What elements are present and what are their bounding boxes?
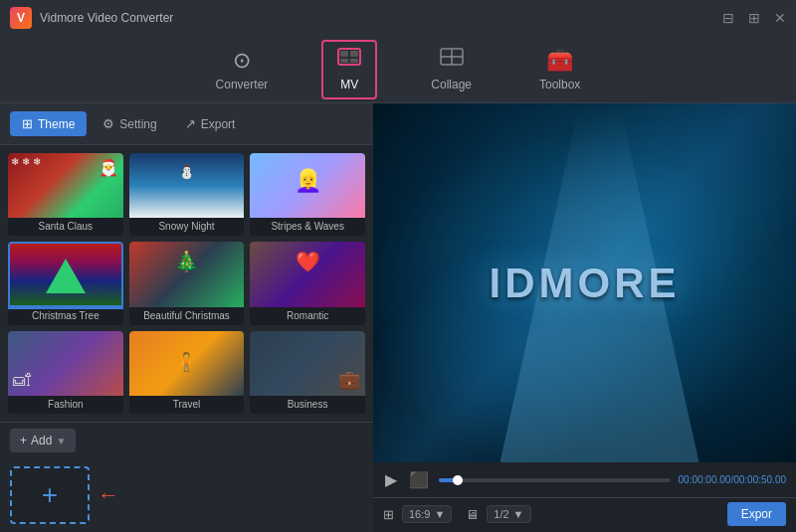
media-add-box[interactable]: + [10, 466, 90, 524]
progress-bar[interactable] [439, 478, 671, 482]
converter-icon: ⊙ [233, 48, 251, 74]
nav-item-toolbox[interactable]: 🧰 Toolbox [525, 42, 594, 97]
snowy-decoration: ⛄ [178, 163, 195, 179]
converter-label: Converter [216, 78, 269, 91]
collage-icon [440, 48, 464, 74]
play-button[interactable]: ▶ [383, 468, 399, 491]
app-logo: V [10, 7, 32, 29]
export-tab-label: Export [201, 117, 236, 131]
tab-export[interactable]: ↗ Export [173, 111, 248, 136]
minimize-button[interactable]: ⊟ [722, 10, 734, 26]
preview-background: IDMORE [373, 103, 796, 462]
nav-item-converter[interactable]: ⊙ Converter [202, 42, 283, 97]
add-dropdown-arrow: ▼ [56, 436, 66, 446]
setting-tab-label: Setting [119, 117, 156, 131]
restore-button[interactable]: ⊞ [748, 10, 760, 26]
santa-hat-decoration: 🎅 [99, 158, 118, 177]
theme-christmas-tree[interactable]: Christmas Tree [8, 242, 123, 324]
export-tab-icon: ↗ [185, 116, 196, 131]
add-plus-icon: + [20, 434, 27, 447]
stripes-decoration: 👱‍♀️ [295, 168, 321, 194]
app-title: Vidmore Video Converter [40, 11, 173, 25]
preview-text: IDMORE [490, 260, 681, 307]
resolution-dropdown-icon: ▼ [513, 508, 524, 520]
business-label: Business [288, 396, 328, 414]
export-button[interactable]: Expor [727, 502, 786, 526]
theme-stripes-waves[interactable]: 👱‍♀️ Stripes & Waves [250, 153, 365, 236]
santa-label: Santa Claus [39, 218, 93, 236]
theme-beautiful-christmas[interactable]: 🎄 Beautiful Christmas [129, 242, 245, 324]
tab-theme[interactable]: ⊞ Theme [10, 111, 87, 136]
snowy-thumb: ⛄ [129, 153, 245, 218]
toolbox-icon: 🧰 [546, 48, 573, 74]
preview-area: IDMORE [373, 103, 796, 462]
theme-travel[interactable]: 🧍 Travel [129, 331, 245, 414]
snowy-label: Snowy Night [158, 218, 214, 236]
theme-business[interactable]: 💼 Business [250, 331, 365, 414]
snowflakes-decoration: ❄ ❄ ❄ [11, 156, 41, 167]
fashion-label: Fashion [48, 396, 84, 414]
theme-romantic[interactable]: ❤️ Romantic [250, 242, 365, 324]
santa-thumb: ❄ ❄ ❄ 🎅 [8, 153, 123, 218]
ratio-dropdown-icon: ▼ [434, 508, 445, 520]
theme-santa-claus[interactable]: ❄ ❄ ❄ 🎅 Santa Claus [8, 153, 123, 236]
stripes-thumb: 👱‍♀️ [250, 153, 365, 218]
tree-decoration [46, 259, 86, 293]
left-panel: ⊞ Theme ⚙ Setting ↗ Export ❄ ❄ ❄ 🎅 Santa… [0, 103, 373, 532]
media-plus-icon: + [42, 479, 58, 511]
toolbox-label: Toolbox [539, 78, 580, 91]
theme-grid: ❄ ❄ ❄ 🎅 Santa Claus ⛄ Snowy Night 👱‍♀️ S… [0, 145, 373, 422]
travel-label: Travel [173, 396, 200, 414]
progress-dot [453, 475, 463, 485]
tab-setting[interactable]: ⚙ Setting [91, 111, 168, 136]
beautiful-xmas-label: Beautiful Christmas [143, 307, 230, 325]
resolution-value: 1/2 [494, 508, 508, 520]
business-decoration: 💼 [338, 369, 360, 391]
romantic-decoration: ❤️ [296, 250, 320, 273]
romantic-thumb: ❤️ [250, 242, 365, 306]
ratio-value: 16:9 [409, 508, 430, 520]
stop-button[interactable]: ⬛ [407, 468, 431, 491]
main-content: ⊞ Theme ⚙ Setting ↗ Export ❄ ❄ ❄ 🎅 Santa… [0, 103, 796, 532]
time-total: 00:00:50.00 [733, 474, 786, 485]
christmas-thumb [8, 242, 123, 306]
fashion-decoration: 🛋 [13, 370, 31, 391]
fashion-thumb: 🛋 [8, 331, 123, 396]
beautiful-xmas-thumb: 🎄 [129, 242, 245, 306]
travel-decoration: 🧍 [129, 331, 245, 373]
title-bar-left: V Vidmore Video Converter [10, 7, 173, 29]
panel-tabs: ⊞ Theme ⚙ Setting ↗ Export [0, 103, 373, 145]
svg-rect-2 [350, 51, 358, 57]
nav-bar: ⊙ Converter MV Collage 🧰 Toolbox [0, 36, 796, 103]
travel-thumb: 🧍 [129, 331, 245, 396]
player-controls: ▶ ⬛ 00:00:00.00/00:00:50.00 [373, 462, 796, 497]
collage-label: Collage [431, 78, 472, 91]
add-label: Add [31, 434, 52, 447]
nav-item-mv[interactable]: MV [321, 40, 377, 99]
svg-rect-1 [340, 51, 348, 57]
close-button[interactable]: ✕ [774, 10, 786, 26]
add-button[interactable]: + Add ▼ [10, 429, 76, 452]
theme-fashion[interactable]: 🛋 Fashion [8, 331, 123, 414]
mv-label: MV [340, 78, 358, 91]
ratio-select[interactable]: 16:9 ▼ [402, 505, 452, 523]
right-panel: IDMORE ▶ ⬛ 00:00:00.00/00:00:50.00 ⊞ 16:… [373, 103, 796, 532]
mv-icon [337, 48, 361, 74]
nav-item-collage[interactable]: Collage [417, 42, 486, 97]
title-bar: V Vidmore Video Converter ⊟ ⊞ ✕ [0, 0, 796, 36]
theme-tab-icon: ⊞ [22, 116, 33, 131]
time-display: 00:00:00.00/00:00:50.00 [679, 474, 786, 485]
bxmas-decoration: 🎄 [174, 250, 199, 273]
media-tray: + ← [0, 458, 373, 532]
christmas-label: Christmas Tree [32, 307, 100, 325]
svg-rect-3 [340, 59, 348, 63]
theme-snowy-night[interactable]: ⛄ Snowy Night [129, 153, 245, 236]
aspect-ratio-icon: ⊞ [383, 507, 394, 522]
romantic-label: Romantic [287, 307, 328, 325]
bottom-bar: + Add ▼ [0, 422, 373, 458]
window-controls: ⊟ ⊞ ✕ [722, 10, 786, 26]
resolution-select[interactable]: 1/2 ▼ [487, 505, 530, 523]
time-current: 00:00:00.00 [679, 474, 731, 485]
svg-rect-4 [350, 59, 358, 63]
stripes-label: Stripes & Waves [271, 218, 344, 236]
